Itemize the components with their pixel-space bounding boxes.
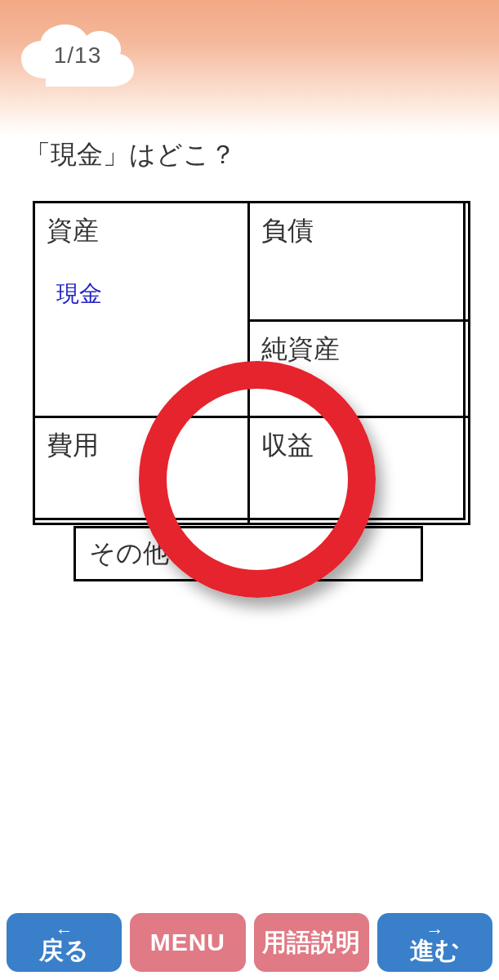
cell-liabilities-label: 負債 [261, 216, 314, 245]
bottom-bar: ← 戻る MENU 用語説明 → 進む [0, 906, 499, 980]
next-button[interactable]: → 進む [377, 913, 492, 972]
glossary-label: 用語説明 [262, 930, 360, 955]
glossary-button[interactable]: 用語説明 [254, 913, 369, 972]
menu-button[interactable]: MENU [130, 913, 245, 972]
progress-cloud: 1/13 [15, 20, 140, 91]
cell-other-label: その他 [89, 536, 169, 572]
next-label: 進む [410, 938, 460, 963]
cell-liabilities[interactable]: 負債 [247, 201, 470, 322]
cell-other[interactable]: その他 [74, 526, 423, 581]
cell-assets[interactable]: 資産 現金 [33, 201, 250, 418]
cell-revenues-label: 収益 [261, 430, 314, 460]
question-text: 「現金」はどこ？ [25, 137, 236, 173]
cell-expenses-label: 費用 [47, 430, 99, 460]
cell-net-assets-label: 純資産 [261, 334, 340, 363]
accounting-grid: 資産 現金 負債 純資産 費用 収益 [33, 201, 466, 520]
cell-net-assets[interactable]: 純資産 [247, 319, 470, 418]
cell-assets-label: 資産 [47, 216, 99, 245]
progress-text: 1/13 [15, 20, 140, 91]
menu-label: MENU [150, 930, 225, 955]
back-label: 戻る [39, 938, 89, 963]
cell-assets-sub: 現金 [56, 278, 102, 310]
cell-expenses[interactable]: 費用 [33, 416, 250, 525]
cell-revenues[interactable]: 収益 [247, 416, 470, 525]
back-button[interactable]: ← 戻る [7, 913, 122, 972]
